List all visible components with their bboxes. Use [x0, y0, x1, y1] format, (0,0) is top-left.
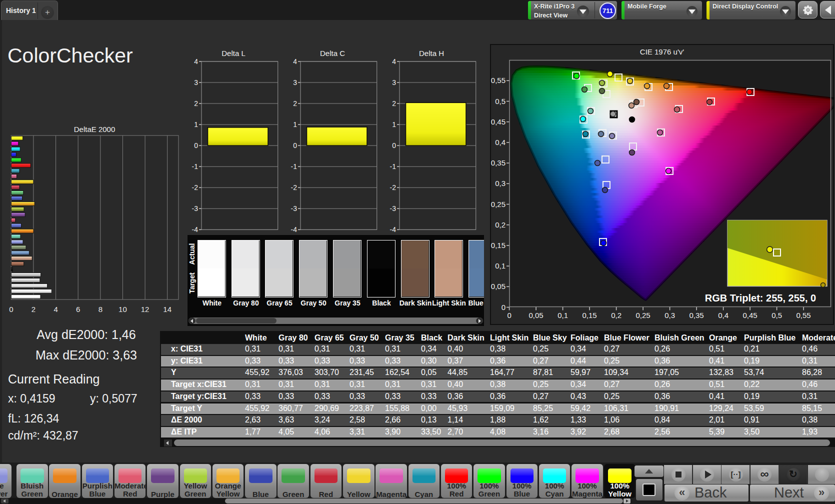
svg-text:1: 1	[293, 120, 297, 128]
svg-text:0,35: 0,35	[689, 311, 704, 320]
svg-text:2: 2	[392, 100, 396, 108]
svg-text:Delta L: Delta L	[222, 49, 246, 58]
svg-text:Delta C: Delta C	[320, 49, 345, 58]
svg-text:0,15: 0,15	[582, 311, 596, 320]
svg-text:0,35: 0,35	[491, 158, 506, 167]
svg-text:-3: -3	[290, 204, 297, 212]
svg-text:3: 3	[392, 78, 396, 86]
svg-text:0,25: 0,25	[491, 200, 506, 208]
svg-text:2: 2	[194, 100, 198, 108]
svg-text:-3: -3	[192, 204, 198, 212]
svg-text:0,1: 0,1	[495, 262, 506, 270]
svg-text:-2: -2	[290, 184, 297, 192]
svg-text:0,15: 0,15	[491, 241, 506, 250]
svg-text:4: 4	[392, 58, 396, 66]
svg-text:0,45: 0,45	[491, 118, 506, 126]
svg-text:0,3: 0,3	[664, 311, 675, 320]
svg-text:-2: -2	[192, 184, 198, 192]
svg-text:0,5: 0,5	[772, 311, 782, 320]
svg-text:0,4: 0,4	[718, 311, 728, 320]
svg-text:1: 1	[392, 120, 396, 128]
svg-text:2: 2	[32, 305, 36, 314]
svg-text:10: 10	[118, 305, 127, 314]
svg-text:0: 0	[507, 311, 511, 320]
svg-text:0,55: 0,55	[796, 311, 810, 320]
svg-text:4: 4	[54, 305, 58, 314]
svg-text:0: 0	[9, 305, 13, 314]
svg-text:0,05: 0,05	[491, 282, 506, 290]
svg-text:0,25: 0,25	[636, 311, 650, 320]
svg-text:0,45: 0,45	[742, 311, 757, 320]
svg-text:4: 4	[293, 58, 297, 66]
svg-text:-2: -2	[390, 184, 396, 192]
svg-text:0,2: 0,2	[611, 311, 622, 320]
svg-text:0,55: 0,55	[491, 76, 506, 84]
svg-text:0: 0	[293, 142, 297, 150]
svg-text:12: 12	[141, 305, 150, 314]
svg-text:6: 6	[76, 305, 80, 314]
svg-text:3: 3	[293, 78, 297, 86]
svg-text:2: 2	[293, 100, 297, 108]
svg-text:-4: -4	[192, 226, 198, 234]
svg-text:8: 8	[98, 305, 102, 314]
svg-text:0,1: 0,1	[558, 311, 568, 320]
svg-text:0,05: 0,05	[528, 311, 543, 320]
svg-text:1: 1	[194, 120, 198, 128]
svg-text:-4: -4	[290, 226, 297, 234]
svg-text:0: 0	[502, 303, 506, 312]
svg-text:-3: -3	[390, 204, 396, 212]
svg-text:RGB Triplet: 255, 255, 0: RGB Triplet: 255, 255, 0	[705, 292, 816, 304]
svg-text:-1: -1	[390, 162, 396, 170]
svg-text:DeltaE 2000: DeltaE 2000	[74, 125, 116, 134]
svg-text:0: 0	[194, 142, 198, 150]
svg-text:3: 3	[194, 78, 198, 86]
svg-text:-1: -1	[192, 162, 198, 170]
svg-text:0,2: 0,2	[495, 220, 506, 229]
svg-text:-1: -1	[290, 162, 297, 170]
svg-text:0,3: 0,3	[495, 179, 506, 188]
svg-text:Delta H: Delta H	[419, 49, 444, 58]
svg-text:14: 14	[163, 305, 172, 314]
svg-text:-4: -4	[390, 226, 396, 234]
svg-text:0,4: 0,4	[495, 138, 506, 146]
svg-text:0,5: 0,5	[495, 97, 506, 106]
svg-text:0: 0	[392, 142, 396, 150]
svg-text:CIE 1976 u'v': CIE 1976 u'v'	[640, 48, 684, 56]
svg-text:4: 4	[194, 58, 198, 66]
